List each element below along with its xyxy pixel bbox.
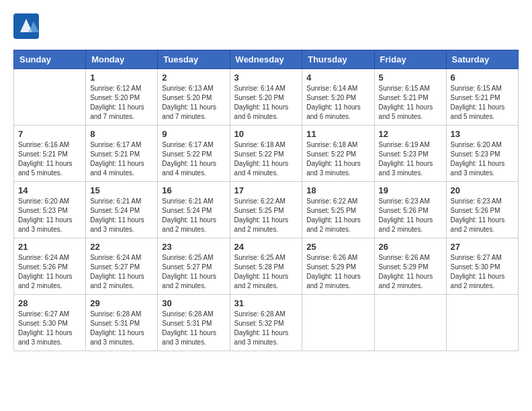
col-header-sunday: Sunday xyxy=(14,50,86,69)
day-number: 5 xyxy=(379,73,442,83)
day-number: 7 xyxy=(18,129,81,139)
calendar-cell: 10Sunrise: 6:18 AMSunset: 5:22 PMDayligh… xyxy=(230,126,302,182)
day-info: Sunrise: 6:26 AMSunset: 5:29 PMDaylight:… xyxy=(379,253,442,291)
week-row-3: 14Sunrise: 6:20 AMSunset: 5:23 PMDayligh… xyxy=(14,182,519,238)
day-number: 21 xyxy=(18,242,81,252)
day-info: Sunrise: 6:14 AMSunset: 5:20 PMDaylight:… xyxy=(234,84,298,122)
logo-icon xyxy=(13,13,39,39)
calendar-cell: 2Sunrise: 6:13 AMSunset: 5:20 PMDaylight… xyxy=(158,69,230,126)
day-number: 25 xyxy=(306,242,369,252)
calendar-cell: 17Sunrise: 6:22 AMSunset: 5:25 PMDayligh… xyxy=(230,182,302,238)
week-row-1: 1Sunrise: 6:12 AMSunset: 5:20 PMDaylight… xyxy=(14,69,519,126)
calendar-cell: 16Sunrise: 6:21 AMSunset: 5:24 PMDayligh… xyxy=(158,182,230,238)
calendar-cell: 19Sunrise: 6:23 AMSunset: 5:26 PMDayligh… xyxy=(374,182,446,238)
calendar-cell: 30Sunrise: 6:28 AMSunset: 5:31 PMDayligh… xyxy=(158,295,230,351)
header-row: SundayMondayTuesdayWednesdayThursdayFrid… xyxy=(14,50,519,69)
calendar-cell: 29Sunrise: 6:28 AMSunset: 5:31 PMDayligh… xyxy=(86,295,158,351)
calendar-cell: 13Sunrise: 6:20 AMSunset: 5:23 PMDayligh… xyxy=(446,126,518,182)
calendar-cell: 22Sunrise: 6:24 AMSunset: 5:27 PMDayligh… xyxy=(86,238,158,295)
day-info: Sunrise: 6:14 AMSunset: 5:20 PMDaylight:… xyxy=(306,84,369,122)
calendar-cell: 25Sunrise: 6:26 AMSunset: 5:29 PMDayligh… xyxy=(302,238,374,295)
calendar-cell: 15Sunrise: 6:21 AMSunset: 5:24 PMDayligh… xyxy=(86,182,158,238)
day-info: Sunrise: 6:18 AMSunset: 5:22 PMDaylight:… xyxy=(234,140,298,178)
day-info: Sunrise: 6:25 AMSunset: 5:28 PMDaylight:… xyxy=(234,253,298,291)
calendar-cell: 14Sunrise: 6:20 AMSunset: 5:23 PMDayligh… xyxy=(14,182,86,238)
calendar-cell: 18Sunrise: 6:22 AMSunset: 5:25 PMDayligh… xyxy=(302,182,374,238)
day-number: 30 xyxy=(162,298,225,308)
day-info: Sunrise: 6:19 AMSunset: 5:23 PMDaylight:… xyxy=(379,140,442,178)
calendar-cell xyxy=(302,295,374,351)
col-header-friday: Friday xyxy=(374,50,446,69)
day-number: 9 xyxy=(162,129,225,139)
calendar-cell xyxy=(446,295,518,351)
col-header-tuesday: Tuesday xyxy=(158,50,230,69)
day-number: 27 xyxy=(451,242,514,252)
day-info: Sunrise: 6:17 AMSunset: 5:21 PMDaylight:… xyxy=(90,140,153,178)
day-info: Sunrise: 6:21 AMSunset: 5:24 PMDaylight:… xyxy=(90,197,153,234)
calendar-cell xyxy=(14,69,86,126)
day-number: 12 xyxy=(379,129,442,139)
week-row-4: 21Sunrise: 6:24 AMSunset: 5:26 PMDayligh… xyxy=(14,238,519,295)
calendar-cell: 20Sunrise: 6:23 AMSunset: 5:26 PMDayligh… xyxy=(446,182,518,238)
day-number: 28 xyxy=(18,298,81,308)
day-number: 4 xyxy=(306,73,369,83)
day-info: Sunrise: 6:25 AMSunset: 5:27 PMDaylight:… xyxy=(162,253,225,291)
day-info: Sunrise: 6:16 AMSunset: 5:21 PMDaylight:… xyxy=(18,140,81,178)
calendar-cell: 7Sunrise: 6:16 AMSunset: 5:21 PMDaylight… xyxy=(14,126,86,182)
day-number: 24 xyxy=(234,242,298,252)
day-info: Sunrise: 6:13 AMSunset: 5:20 PMDaylight:… xyxy=(162,84,225,122)
day-info: Sunrise: 6:12 AMSunset: 5:20 PMDaylight:… xyxy=(90,84,153,122)
day-number: 6 xyxy=(451,73,514,83)
day-number: 22 xyxy=(90,242,153,252)
week-row-5: 28Sunrise: 6:27 AMSunset: 5:30 PMDayligh… xyxy=(14,295,519,351)
day-info: Sunrise: 6:15 AMSunset: 5:21 PMDaylight:… xyxy=(379,84,442,122)
calendar-cell: 27Sunrise: 6:27 AMSunset: 5:30 PMDayligh… xyxy=(446,238,518,295)
calendar-cell: 8Sunrise: 6:17 AMSunset: 5:21 PMDaylight… xyxy=(86,126,158,182)
day-info: Sunrise: 6:27 AMSunset: 5:30 PMDaylight:… xyxy=(18,310,81,347)
day-number: 3 xyxy=(234,73,298,83)
week-row-2: 7Sunrise: 6:16 AMSunset: 5:21 PMDaylight… xyxy=(14,126,519,182)
day-number: 20 xyxy=(451,185,514,195)
calendar-cell: 4Sunrise: 6:14 AMSunset: 5:20 PMDaylight… xyxy=(302,69,374,126)
day-number: 13 xyxy=(451,129,514,139)
calendar-cell: 26Sunrise: 6:26 AMSunset: 5:29 PMDayligh… xyxy=(374,238,446,295)
calendar-cell: 3Sunrise: 6:14 AMSunset: 5:20 PMDaylight… xyxy=(230,69,302,126)
calendar-cell: 12Sunrise: 6:19 AMSunset: 5:23 PMDayligh… xyxy=(374,126,446,182)
day-info: Sunrise: 6:22 AMSunset: 5:25 PMDaylight:… xyxy=(234,197,298,234)
day-info: Sunrise: 6:21 AMSunset: 5:24 PMDaylight:… xyxy=(162,197,225,234)
day-info: Sunrise: 6:27 AMSunset: 5:30 PMDaylight:… xyxy=(451,253,514,291)
day-number: 17 xyxy=(234,185,298,195)
day-number: 10 xyxy=(234,129,298,139)
calendar-cell: 21Sunrise: 6:24 AMSunset: 5:26 PMDayligh… xyxy=(14,238,86,295)
day-info: Sunrise: 6:28 AMSunset: 5:32 PMDaylight:… xyxy=(234,310,298,347)
day-info: Sunrise: 6:23 AMSunset: 5:26 PMDaylight:… xyxy=(451,197,514,234)
day-number: 8 xyxy=(90,129,153,139)
calendar-cell: 1Sunrise: 6:12 AMSunset: 5:20 PMDaylight… xyxy=(86,69,158,126)
day-number: 31 xyxy=(234,298,298,308)
col-header-saturday: Saturday xyxy=(446,50,518,69)
page-header xyxy=(13,13,519,39)
day-number: 1 xyxy=(90,73,153,83)
calendar-cell: 11Sunrise: 6:18 AMSunset: 5:22 PMDayligh… xyxy=(302,126,374,182)
day-number: 26 xyxy=(379,242,442,252)
calendar-cell: 23Sunrise: 6:25 AMSunset: 5:27 PMDayligh… xyxy=(158,238,230,295)
calendar-cell: 28Sunrise: 6:27 AMSunset: 5:30 PMDayligh… xyxy=(14,295,86,351)
day-info: Sunrise: 6:24 AMSunset: 5:26 PMDaylight:… xyxy=(18,253,81,291)
day-info: Sunrise: 6:26 AMSunset: 5:29 PMDaylight:… xyxy=(306,253,369,291)
calendar-cell: 24Sunrise: 6:25 AMSunset: 5:28 PMDayligh… xyxy=(230,238,302,295)
col-header-thursday: Thursday xyxy=(302,50,374,69)
day-info: Sunrise: 6:15 AMSunset: 5:21 PMDaylight:… xyxy=(451,84,514,122)
day-number: 23 xyxy=(162,242,225,252)
day-info: Sunrise: 6:22 AMSunset: 5:25 PMDaylight:… xyxy=(306,197,369,234)
day-number: 11 xyxy=(306,129,369,139)
day-number: 18 xyxy=(306,185,369,195)
day-number: 29 xyxy=(90,298,153,308)
day-info: Sunrise: 6:18 AMSunset: 5:22 PMDaylight:… xyxy=(306,140,369,178)
day-info: Sunrise: 6:17 AMSunset: 5:22 PMDaylight:… xyxy=(162,140,225,178)
day-number: 19 xyxy=(379,185,442,195)
calendar-table: SundayMondayTuesdayWednesdayThursdayFrid… xyxy=(13,50,519,351)
day-info: Sunrise: 6:23 AMSunset: 5:26 PMDaylight:… xyxy=(379,197,442,234)
day-number: 16 xyxy=(162,185,225,195)
calendar-cell xyxy=(374,295,446,351)
day-info: Sunrise: 6:24 AMSunset: 5:27 PMDaylight:… xyxy=(90,253,153,291)
